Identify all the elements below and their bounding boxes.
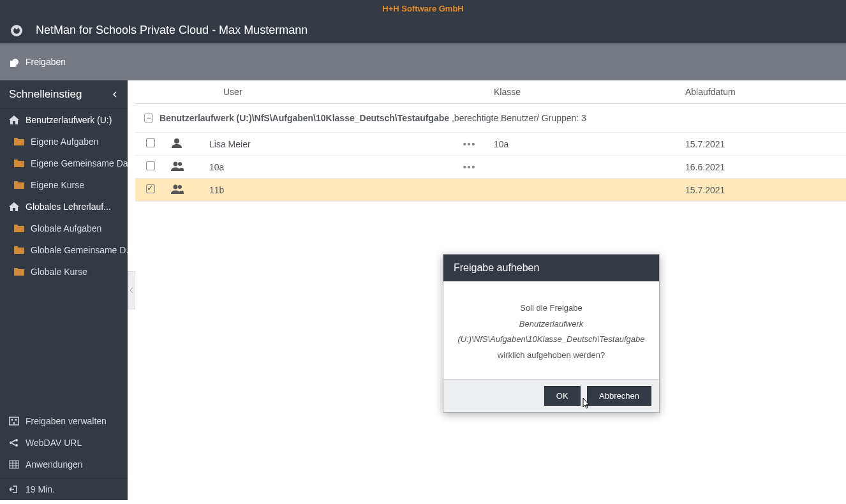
sidebar-label: Globale Kurse [31,267,87,277]
dialog-buttons: OK Abbrechen [443,379,659,412]
dialog-path: Benutzerlaufwerk (U:)\NfS\Aufgaben\10Kla… [456,316,646,348]
home-icon [9,202,19,211]
sidebar-item-folder[interactable]: Globale Gemeinsame D... [0,239,128,261]
sidebar-header: Schnelleinstieg [0,80,128,109]
sidebar-header-label: Schnelleinstieg [9,88,82,101]
sidebar-label: Globale Aufgaben [31,223,101,233]
cell-date: 16.6.2021 [680,157,846,177]
group-path: Benutzerlaufwerk (U:)\NfS\Aufgaben\10Kla… [160,113,449,123]
ok-button[interactable]: OK [544,386,581,406]
svg-point-5 [15,419,17,421]
folder-icon [14,181,24,189]
sidebar-label: Benutzerlaufwerk (U:) [26,115,112,125]
grid-icon [9,460,19,469]
svg-point-7 [10,441,12,444]
cell-user: 10a [204,157,450,177]
folder-icon [14,268,24,276]
sidebar-item-lehrerlaufwerk[interactable]: Globales Lehrerlauf... [0,196,128,218]
folder-icon [14,246,24,254]
sidebar-item-freigaben-verwalten[interactable]: Freigaben verwalten [0,410,128,432]
svg-point-6 [13,422,15,424]
cell-klasse [489,185,680,195]
dialog-text: Soll die Freigabe [456,300,646,316]
sidebar-label: 19 Min. [26,484,55,494]
group-icon [166,156,204,178]
dialog-title: Freigabe aufheben [443,255,659,281]
sidebar-item-benutzerlaufwerk[interactable]: Benutzerlaufwerk (U:) [0,109,128,131]
table-row[interactable]: 10a•••16.6.2021 [135,156,846,179]
home-icon [9,115,19,124]
sidebar-item-folder[interactable]: Eigene Gemeinsame Da... [0,152,128,174]
cell-user: Lisa Meier [204,134,450,154]
svg-rect-10 [10,461,19,468]
svg-point-14 [174,185,178,189]
row-actions-button[interactable]: ••• [463,162,477,172]
cell-user: 11b [204,180,450,200]
user-icon [166,133,204,155]
cell-klasse [489,162,680,172]
app-title: NetMan for Schools Private Cloud - Max M… [36,24,308,37]
manage-icon [9,417,19,426]
sidebar-label: Globale Gemeinsame D... [31,245,128,255]
group-suffix: ,berechtigte Benutzer/ Gruppen: 3 [452,113,586,123]
sidebar-item-folder[interactable]: Globale Aufgaben [0,218,128,239]
th-date[interactable]: Ablaufdatum [680,80,846,103]
sidebar-label: Freigaben verwalten [26,416,107,426]
svg-point-12 [174,162,178,167]
sidebar-label: WebDAV URL [26,438,82,448]
sidebar-label: Anwendungen [26,459,83,470]
th-klasse[interactable]: Klasse [489,80,680,103]
toolbar-freigaben-label: Freigaben [26,57,66,67]
row-checkbox[interactable] [146,161,155,170]
svg-point-15 [178,185,182,189]
sidebar-item-webdav[interactable]: WebDAV URL [0,432,128,454]
folder-icon [14,138,24,145]
row-checkbox[interactable] [146,184,155,193]
cell-klasse: 10a [489,134,680,154]
sidebar-item-folder[interactable]: Eigene Aufgaben [0,131,128,152]
table-row[interactable]: 11b15.7.2021 [135,179,846,202]
company-label: H+H Software GmbH [0,0,846,17]
content-area: User Klasse Ablaufdatum − Benutzerlaufwe… [128,80,846,500]
folder-icon [14,225,24,232]
folder-icon [14,159,24,167]
sidebar-item-folder[interactable]: Globale Kurse [0,261,128,283]
table-header-row: User Klasse Ablaufdatum [135,80,846,104]
panel-collapse-handle[interactable] [128,271,135,309]
collapse-group-icon[interactable]: − [144,114,153,122]
svg-point-9 [15,444,18,447]
th-user[interactable]: User [204,80,450,103]
dialog-text: wirklich aufgehoben werden? [456,348,646,364]
row-actions-button[interactable]: ••• [463,139,477,149]
svg-point-11 [174,138,179,144]
cancel-button[interactable]: Abbrechen [587,386,651,406]
sidebar-item-folder[interactable]: Eigene Kurse [0,174,128,196]
sidebar-item-anwendungen[interactable]: Anwendungen [0,454,128,475]
app-logo-icon [10,24,29,37]
sidebar-label: Eigene Kurse [31,180,84,190]
svg-point-13 [178,162,182,166]
dialog-body: Soll die Freigabe Benutzerlaufwerk (U:)\… [443,281,659,379]
toolbar-freigaben-button[interactable]: Freigaben [10,57,66,67]
row-checkbox[interactable] [146,138,155,147]
sidebar: Schnelleinstieg Benutzerlaufwerk (U:) Ei… [0,80,128,500]
cell-date: 15.7.2021 [680,180,846,200]
table-row[interactable]: Lisa Meier•••10a15.7.2021 [135,133,846,156]
sidebar-label: Eigene Aufgaben [31,137,99,147]
table-group-row[interactable]: − Benutzerlaufwerk (U:)\NfS\Aufgaben\10K… [135,104,846,133]
group-icon [166,179,204,201]
svg-point-2 [15,27,18,29]
sidebar-collapse-icon[interactable] [112,88,119,101]
svg-point-8 [15,439,18,441]
toolbar: Freigaben [0,43,846,80]
svg-point-4 [11,419,13,421]
logout-icon [9,485,19,494]
window-title-bar: NetMan for Schools Private Cloud - Max M… [0,17,846,43]
sidebar-item-logout[interactable]: 19 Min. [0,478,128,500]
sidebar-label: Eigene Gemeinsame Da... [31,158,128,168]
table: User Klasse Ablaufdatum − Benutzerlaufwe… [135,80,846,202]
sidebar-label: Globales Lehrerlauf... [26,202,111,212]
cell-date: 15.7.2021 [680,134,846,154]
confirm-dialog: Freigabe aufheben Soll die Freigabe Benu… [443,254,660,413]
share-icon [9,438,19,447]
